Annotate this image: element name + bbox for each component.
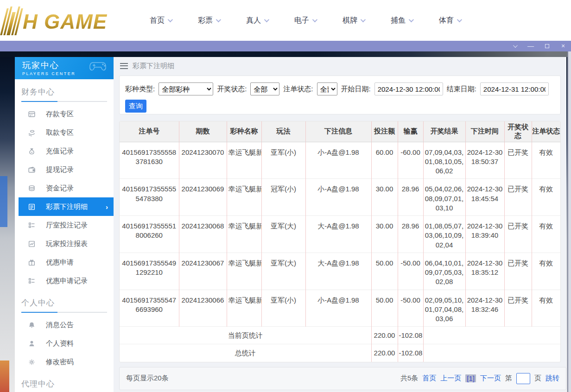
chevron-down-icon (457, 17, 462, 22)
password-icon (28, 358, 36, 366)
table-row: 40156917355555547838020241230069幸运飞艇新冠军(… (120, 179, 560, 216)
sidebar-item-label: 存款专区 (46, 110, 74, 119)
password-icon (28, 358, 36, 366)
sidebar-item-promo-record[interactable]: 优惠申请记录 (15, 272, 114, 290)
window-titlebar: — × (0, 41, 571, 51)
deposit-icon (28, 110, 36, 118)
bets-table-panel: 注单号期数彩种名称玩法下注信息投注额输赢开奖结果下注时间开奖状态注单状态 401… (119, 121, 561, 362)
table-cell: 02,09,05,10,01,07,04,08,03,06 (423, 290, 465, 327)
summary-row: 当前页统计220.00-102.08 (120, 327, 560, 344)
nav-item[interactable]: 体育 (439, 16, 461, 25)
sidebar-item-lottery-bet-detail[interactable]: 彩票下注明细› (19, 197, 114, 216)
chevron-down-icon (216, 17, 221, 22)
filter-panel: 彩种类型: 全部彩种 开奖状态: 全部 注单状态: 全部 开始日期: 结束日期:… (119, 76, 561, 114)
search-button[interactable]: 查询 (125, 100, 146, 113)
sidebar-item-player-bet-report[interactable]: 玩家投注报表 (15, 234, 114, 253)
sidebar-item-recharge-record[interactable]: 充值记录 (15, 142, 114, 160)
order-status-select[interactable]: 全部 (317, 82, 337, 95)
sidebar-item-funds-record[interactable]: 资金记录 (15, 179, 114, 197)
table-cell: 30.00 (371, 216, 398, 253)
recharge-record-icon (28, 147, 36, 155)
nav-item-label: 彩票 (198, 16, 213, 25)
sidebar-section-title: 代理中心 (21, 379, 107, 389)
app-root: H GAME 首页彩票真人电子棋牌捕鱼体育 — × 玩家中心 PLAYERS C… (0, 0, 571, 392)
current-page-badge[interactable]: [1] (465, 374, 476, 382)
nav-item[interactable]: 彩票 (198, 16, 220, 25)
table-cell: 小-A盘@1.98 (305, 142, 371, 179)
table-cell: 20241230066 (179, 290, 227, 327)
page-size-text: 每页显示20条 (126, 374, 169, 383)
start-date-input[interactable] (374, 82, 443, 95)
chevron-down-icon (361, 17, 366, 22)
sidebar-item-promo-apply[interactable]: 优惠申请 (15, 253, 114, 272)
nav-item[interactable]: 棋牌 (343, 16, 364, 25)
table-cell: 28.96 (398, 179, 423, 216)
lottery-type-label: 彩种类型: (125, 85, 155, 94)
prev-page-link[interactable]: 上一页 (440, 374, 461, 383)
nav-item[interactable]: 真人 (246, 16, 268, 25)
table-cell: 401569173555555478380 (120, 179, 179, 216)
draw-status-select[interactable]: 全部 (250, 82, 279, 95)
sidebar-item-profile[interactable]: 个人资料 (15, 334, 114, 353)
table-cell: 01,08,05,07,03,06,10,09,02,04 (423, 216, 465, 253)
close-icon[interactable]: × (560, 41, 566, 51)
nav-item-label: 首页 (150, 16, 165, 25)
table-row: 40156917355551800626020241230068幸运飞艇新亚军(… (120, 216, 560, 253)
chevron-right-icon: › (106, 203, 108, 211)
sidebar-item-label: 充值记录 (46, 147, 74, 156)
maximize-icon[interactable] (544, 41, 550, 51)
table-cell: 28.96 (398, 216, 423, 253)
pagination-controls: 共5条 首页 上一页 [1] 下一页 第 页 跳转 (400, 373, 559, 384)
sidebar-item-message[interactable]: 消息公告 (15, 316, 114, 334)
top-nav: 首页彩票真人电子棋牌捕鱼体育 (150, 0, 461, 41)
nav-item[interactable]: 首页 (150, 16, 171, 25)
sidebar-item-password[interactable]: 修改密码 (15, 353, 114, 371)
promo-record-icon (28, 277, 36, 285)
table-cell: 2024-12-30 18:45:54 (465, 179, 504, 216)
summary-winloss-total: -102.08 (398, 344, 423, 362)
jump-button[interactable]: 跳转 (546, 374, 559, 383)
menu-icon[interactable] (120, 63, 128, 69)
column-header: 期数 (179, 121, 227, 142)
titlebar-chevron-down-icon[interactable] (511, 41, 518, 51)
backdrop-blue-fragment (0, 176, 7, 227)
promo-apply-icon (28, 259, 36, 266)
table-cell: 已开奖 (504, 253, 532, 290)
table-cell: 50.00 (371, 253, 398, 290)
nav-item[interactable]: 捕鱼 (391, 16, 412, 25)
bets-table: 注单号期数彩种名称玩法下注信息投注额输赢开奖结果下注时间开奖状态注单状态 401… (120, 121, 560, 362)
start-date-label: 开始日期: (341, 85, 371, 94)
sidebar-item-deposit[interactable]: 存款专区 (15, 105, 114, 123)
summary-bet-total: 220.00 (371, 327, 398, 344)
breadcrumb: 彩票下注明细 (119, 57, 566, 75)
table-cell: 2024-12-30 18:50:37 (465, 142, 504, 179)
sidebar-item-label: 个人资料 (46, 339, 74, 348)
column-header: 输赢 (398, 121, 423, 142)
logo-bars-icon (0, 6, 23, 35)
sidebar-item-withdraw[interactable]: 取款专区 (15, 123, 114, 142)
player-center-window: 玩家中心 PLAYERS CENTER 财务中心存款专区取款专区充值记录提现记录… (15, 57, 566, 392)
sidebar: 玩家中心 PLAYERS CENTER 财务中心存款专区取款专区充值记录提现记录… (15, 57, 114, 392)
next-page-link[interactable]: 下一页 (480, 374, 501, 383)
withdrawal-record-icon (28, 166, 36, 174)
end-date-input[interactable] (480, 82, 549, 95)
sidebar-sections: 财务中心存款专区取款专区充值记录提现记录资金记录彩票下注明细›厅室投注记录玩家投… (15, 87, 114, 392)
table-cell: 20241230068 (179, 216, 227, 253)
sidebar-item-label: 彩票下注明细 (46, 202, 88, 211)
sidebar-item-withdrawal-record[interactable]: 提现记录 (15, 160, 114, 179)
chevron-down-icon (312, 17, 317, 22)
table-cell: 2024-12-30 18:39:40 (465, 216, 504, 253)
site-header: H GAME 首页彩票真人电子棋牌捕鱼体育 (0, 0, 571, 41)
nav-item[interactable]: 电子 (294, 16, 316, 25)
withdraw-icon (28, 129, 36, 137)
first-page-link[interactable]: 首页 (422, 374, 436, 383)
table-cell: 亚军(小) (261, 142, 305, 179)
lottery-type-select[interactable]: 全部彩种 (159, 82, 213, 95)
page-number-input[interactable] (516, 373, 530, 384)
pagination-bar: 每页显示20条 共5条 首页 上一页 [1] 下一页 第 页 跳转 (119, 367, 566, 390)
summary-empty (423, 344, 560, 362)
minimize-icon[interactable]: — (527, 41, 534, 51)
sidebar-item-hall-bet-record[interactable]: 厅室投注记录 (15, 216, 114, 234)
lottery-bet-detail-icon (28, 203, 36, 211)
table-header: 注单号期数彩种名称玩法下注信息投注额输赢开奖结果下注时间开奖状态注单状态 (120, 121, 560, 142)
